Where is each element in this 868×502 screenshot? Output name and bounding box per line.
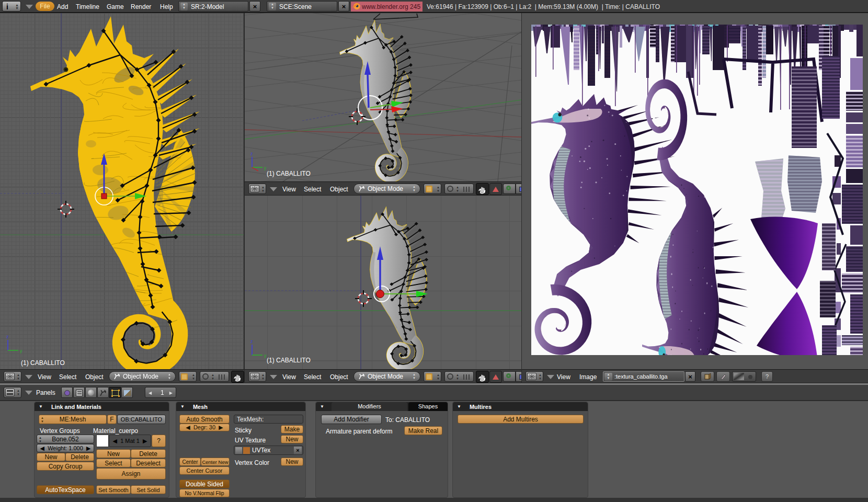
svg-text:(1) CABALLITO: (1) CABALLITO (21, 359, 65, 367)
svg-text:y: y (20, 348, 22, 353)
svg-text:z: z (250, 151, 253, 156)
svg-text:(1) CABALLITO: (1) CABALLITO (267, 357, 311, 364)
svg-text:z: z (6, 334, 9, 339)
svg-text:(1) CABALLITO: (1) CABALLITO (267, 170, 311, 177)
svg-text:z: z (250, 339, 253, 344)
